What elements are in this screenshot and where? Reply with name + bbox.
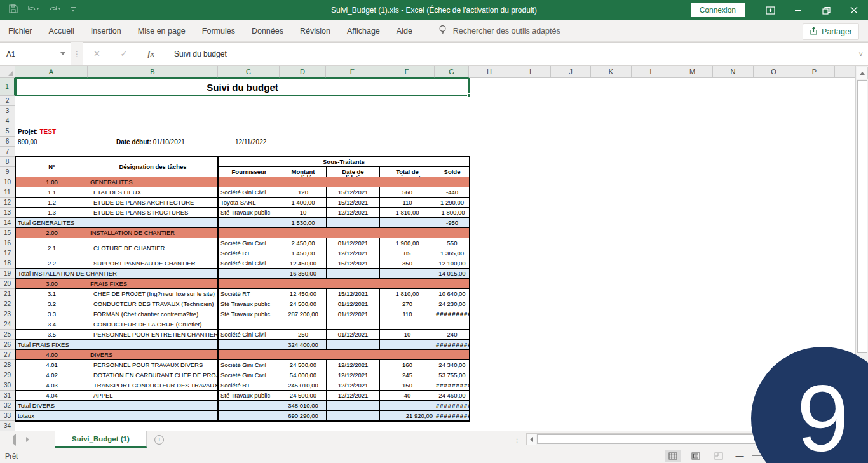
cell[interactable]: 12 450,00 — [280, 289, 327, 299]
ribbon-tab-révision[interactable]: Révision — [292, 22, 339, 41]
row-header-24[interactable]: 24 — [0, 319, 15, 330]
cell[interactable] — [435, 319, 470, 330]
cell[interactable] — [327, 401, 380, 411]
row-header-5[interactable]: 5 — [0, 126, 15, 137]
minimize-icon[interactable] — [784, 0, 812, 20]
row-header-11[interactable]: 11 — [0, 187, 15, 198]
row-header-19[interactable]: 19 — [0, 269, 15, 279]
cell[interactable]: 12/12/2021 — [327, 380, 380, 391]
cell[interactable] — [219, 177, 470, 187]
cell[interactable]: Date devalidation — [327, 167, 380, 177]
cell[interactable]: Sté Travaux public — [219, 299, 280, 309]
row-header-12[interactable]: 12 — [0, 198, 15, 208]
cell[interactable]: Société RT — [219, 248, 280, 258]
undo-icon[interactable] — [27, 4, 39, 16]
column-header-G[interactable]: G — [435, 66, 469, 78]
cell[interactable]: ########## — [435, 401, 470, 411]
cell[interactable]: 01/12/2021 — [327, 330, 380, 340]
cell[interactable]: 85 — [380, 248, 435, 258]
cell[interactable]: 4.00 — [16, 350, 88, 360]
cell[interactable]: CONDUCTEUR DES TRAVAUX (Technicien) — [88, 299, 219, 309]
cell[interactable]: 3.1 — [16, 289, 88, 299]
cell[interactable]: ETAT DES LIEUX — [88, 187, 219, 198]
cell[interactable] — [380, 340, 435, 350]
cell[interactable]: Société RT — [219, 289, 280, 299]
cell[interactable]: 1.1 — [16, 187, 88, 198]
cell[interactable] — [219, 411, 280, 421]
cell[interactable] — [219, 401, 280, 411]
cell[interactable]: GENERALITES — [88, 177, 219, 187]
fill-handle[interactable] — [467, 93, 471, 97]
row-header-9[interactable]: 9 — [0, 167, 15, 177]
cell-date-start[interactable]: Date début: 01/10/2021 — [116, 138, 185, 145]
cell[interactable]: -440 — [435, 187, 470, 198]
cell[interactable]: TRANSPORT CONDUCTEUR DES TRAVAUX — [88, 380, 219, 391]
column-header-partial[interactable] — [835, 66, 855, 78]
cell[interactable]: 4.04 — [16, 391, 88, 401]
cell[interactable]: Fournisseur — [219, 167, 280, 177]
cell[interactable] — [380, 218, 435, 228]
row-header-29[interactable]: 29 — [0, 370, 15, 380]
formula-bar-expand-icon[interactable]: ˅ — [859, 50, 863, 58]
cell[interactable]: 15/12/2021 — [327, 187, 380, 198]
cell[interactable]: Total GENERALITES — [16, 218, 219, 228]
normal-view-icon[interactable] — [665, 450, 681, 462]
cell[interactable] — [380, 269, 435, 279]
row-header-34[interactable]: 34 — [0, 421, 15, 431]
connexion-button[interactable]: Connexion — [691, 3, 745, 17]
cell[interactable] — [380, 319, 435, 330]
cell[interactable]: 690 290,00 — [280, 411, 327, 421]
cell[interactable]: 348 010,00 — [280, 401, 327, 411]
cell[interactable]: 2 450,00 — [280, 238, 327, 248]
cell[interactable]: 1 290,00 — [435, 198, 470, 208]
formula-input[interactable]: Suivi du budget ˅ — [165, 42, 868, 65]
cell[interactable]: Société Gini Civil — [219, 258, 280, 269]
cell[interactable]: Désignation des tâches — [88, 157, 219, 177]
cell[interactable]: 110 — [380, 309, 435, 319]
row-header-20[interactable]: 20 — [0, 279, 15, 289]
cell[interactable]: 150 — [380, 380, 435, 391]
column-header-C[interactable]: C — [218, 66, 280, 78]
cell[interactable]: 245 — [380, 370, 435, 380]
row-header-22[interactable]: 22 — [0, 299, 15, 309]
cell[interactable] — [219, 218, 280, 228]
row-header-1[interactable]: 1 — [0, 78, 15, 96]
ribbon-tab-mise-en-page[interactable]: Mise en page — [130, 22, 194, 41]
vertical-scroll-thumb[interactable] — [857, 80, 867, 353]
row-header-4[interactable]: 4 — [0, 116, 15, 126]
row-header-21[interactable]: 21 — [0, 289, 15, 299]
cell[interactable]: 24 460,00 — [435, 391, 470, 401]
cell[interactable]: 01/12/2021 — [327, 309, 380, 319]
cell[interactable]: 01/12/2021 — [327, 238, 380, 248]
cell[interactable] — [219, 350, 470, 360]
column-header-K[interactable]: K — [591, 66, 632, 78]
cell-date-end[interactable]: 12/11/2022 — [235, 138, 266, 145]
cell[interactable]: 10 — [380, 330, 435, 340]
cell[interactable]: 1.00 — [16, 177, 88, 187]
selected-cell-a1[interactable]: Suivi du budget — [15, 78, 470, 96]
column-header-F[interactable]: F — [379, 66, 435, 78]
cancel-entry-icon[interactable]: ✕ — [93, 49, 100, 58]
row-header-31[interactable]: 31 — [0, 391, 15, 401]
new-sheet-button[interactable]: + — [147, 431, 172, 448]
cell[interactable]: 1.2 — [16, 198, 88, 208]
row-header-26[interactable]: 26 — [0, 340, 15, 350]
cell[interactable]: FORMAN (Chef chantier contrema?tre) — [88, 309, 219, 319]
cell[interactable]: 3.4 — [16, 319, 88, 330]
cell[interactable]: Société Gini Civil — [219, 360, 280, 370]
column-header-E[interactable]: E — [326, 66, 379, 78]
cell[interactable]: 250 — [280, 330, 327, 340]
cell-amount[interactable]: 890,00 — [18, 138, 37, 145]
cell[interactable]: 2.1 — [16, 238, 88, 258]
column-header-H[interactable]: H — [469, 66, 510, 78]
row-header-28[interactable]: 28 — [0, 360, 15, 370]
cell[interactable]: ETUDE DE PLANS ARCHITECTURE — [88, 198, 219, 208]
cell[interactable]: 240 — [435, 330, 470, 340]
cell[interactable]: 4.01 — [16, 360, 88, 370]
row-header-18[interactable]: 18 — [0, 258, 15, 269]
insert-function-icon[interactable]: fx — [147, 49, 154, 59]
cell[interactable]: 1.3 — [16, 208, 88, 218]
cell[interactable] — [380, 401, 435, 411]
cell[interactable]: Société Gini Civil — [219, 370, 280, 380]
select-all-corner[interactable] — [0, 66, 15, 78]
